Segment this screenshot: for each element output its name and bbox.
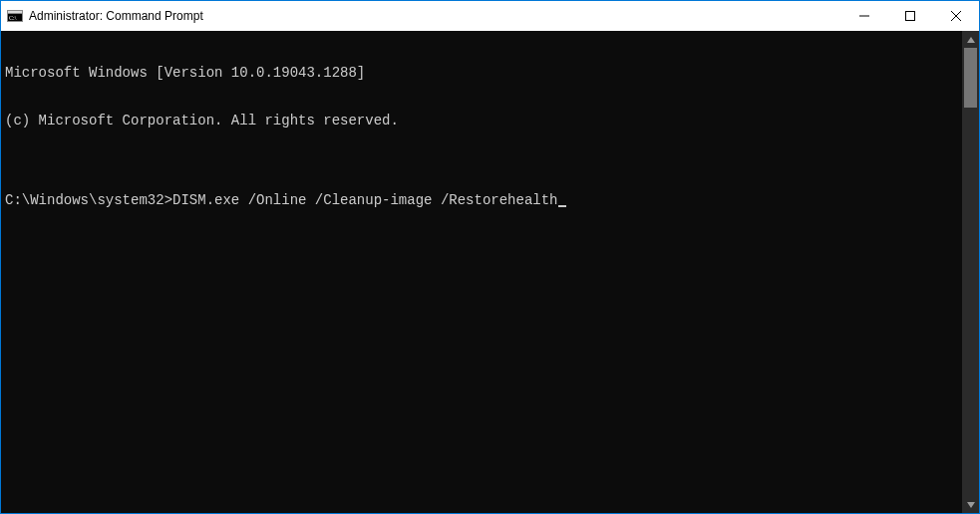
version-line: Microsoft Windows [Version 10.0.19043.12… bbox=[5, 65, 958, 81]
scroll-track[interactable] bbox=[962, 48, 979, 496]
command-prompt-window: C:\ Administrator: Command Prompt Micros… bbox=[0, 0, 980, 514]
svg-text:C:\: C:\ bbox=[9, 15, 17, 21]
cmd-icon: C:\ bbox=[7, 8, 23, 24]
client-area: Microsoft Windows [Version 10.0.19043.12… bbox=[1, 31, 979, 513]
scroll-up-arrow-icon[interactable] bbox=[962, 31, 979, 48]
scroll-down-arrow-icon[interactable] bbox=[962, 496, 979, 513]
terminal-output[interactable]: Microsoft Windows [Version 10.0.19043.12… bbox=[1, 31, 962, 513]
close-button[interactable] bbox=[933, 1, 979, 31]
scroll-thumb[interactable] bbox=[964, 48, 977, 108]
maximize-button[interactable] bbox=[887, 1, 933, 31]
prompt-line: C:\Windows\system32>DISM.exe /Online /Cl… bbox=[5, 192, 958, 208]
minimize-button[interactable] bbox=[841, 1, 887, 31]
window-title: Administrator: Command Prompt bbox=[29, 9, 203, 23]
svg-rect-4 bbox=[906, 12, 915, 21]
vertical-scrollbar[interactable] bbox=[962, 31, 979, 513]
copyright-line: (c) Microsoft Corporation. All rights re… bbox=[5, 113, 958, 128]
titlebar[interactable]: C:\ Administrator: Command Prompt bbox=[1, 1, 979, 31]
command-text: DISM.exe /Online /Cleanup-image /Restore… bbox=[172, 192, 557, 208]
svg-rect-1 bbox=[8, 11, 23, 14]
text-cursor bbox=[558, 205, 566, 207]
window-controls bbox=[841, 1, 979, 31]
prompt-text: C:\Windows\system32> bbox=[5, 192, 172, 208]
